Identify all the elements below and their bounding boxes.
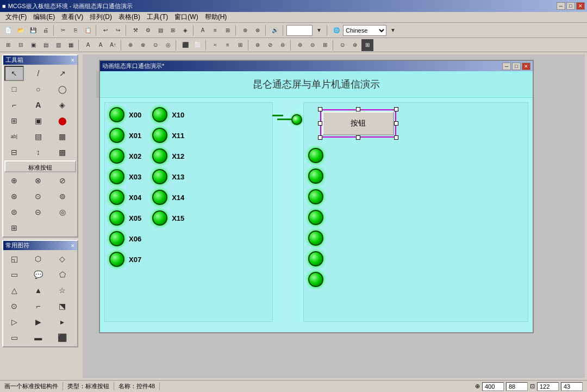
tb2-2[interactable]: ⊟ [15,39,27,51]
extra10-btn[interactable]: ⊞ [4,220,24,235]
extra6-btn[interactable]: ⊚ [53,189,72,204]
extra1-btn[interactable]: ⊕ [4,173,24,188]
extra3-btn[interactable]: ⊘ [53,173,72,188]
panel-tool-btn[interactable]: ▣ [28,113,48,128]
tb2-9[interactable]: A↑ [107,39,119,51]
tb2-11[interactable]: ⊗ [137,39,149,51]
undo-btn[interactable]: ↩ [99,24,111,36]
menu-file[interactable]: 文件(F) [2,12,30,22]
fig3[interactable]: ◇ [53,251,72,266]
arrow-tool-btn[interactable]: ↗ [53,66,72,81]
toolbox-close-btn[interactable]: ✕ [71,58,75,63]
special-tool-btn[interactable]: ▩ [53,145,72,160]
tb2-25[interactable]: ⊙ [336,39,348,51]
common-figures-close-btn[interactable]: ✕ [71,243,75,248]
tb2-22[interactable]: ⊚ [294,39,306,51]
fig17[interactable]: ▬ [28,330,48,345]
anim-maximize-btn[interactable]: □ [512,63,521,70]
tb-extra5[interactable]: ◈ [179,24,191,36]
tb-extra2[interactable]: ⚙ [142,24,154,36]
save-btn[interactable]: 💾 [27,24,39,36]
grid-tool-btn[interactable]: ⊞ [4,113,24,128]
tb2-5[interactable]: ▥ [52,39,64,51]
copy-btn[interactable]: ⎘ [70,24,82,36]
handle-top-right[interactable] [394,107,398,111]
tb-volume[interactable]: 🔊 [269,24,281,36]
handle-bot-mid[interactable] [356,135,360,140]
button-control[interactable]: 按钮 [322,111,394,135]
check-tool-btn[interactable]: ⊟ [4,145,24,160]
fig9[interactable]: ☆ [53,283,72,298]
menu-window[interactable]: 窗口(W) [171,12,201,22]
tb2-16[interactable]: ≈ [209,39,221,51]
bar-tool-btn[interactable]: ▦ [53,129,72,144]
extra4-btn[interactable]: ⊛ [4,189,24,204]
fig12[interactable]: ⬔ [53,298,72,314]
fig2[interactable]: ⬡ [28,251,48,266]
tb2-23[interactable]: ⊝ [307,39,319,51]
rect-tool-btn[interactable]: □ [4,82,24,97]
tb-misc2[interactable]: ⊗ [252,24,264,36]
tb2-26[interactable]: ⊛ [349,39,361,51]
fig14[interactable]: ▶ [28,314,48,329]
fig7[interactable]: △ [4,283,24,298]
fig10[interactable]: ⊙ [4,298,24,314]
ellipse-tool-btn[interactable]: ○ [28,82,48,97]
fig1[interactable]: ◱ [4,251,24,266]
tb-zoom1[interactable]: A [197,24,209,36]
tb2-7[interactable]: A [82,39,94,51]
handle-bot-left[interactable] [318,135,322,140]
fig5[interactable]: 💬 [28,267,48,282]
fig8[interactable]: ▲ [28,283,48,298]
tb2-15[interactable]: ⬜ [192,39,204,51]
list-tool-btn[interactable]: ▤ [28,129,48,144]
extra7-btn[interactable]: ⊜ [4,204,24,220]
tb2-20[interactable]: ⊘ [264,39,276,51]
handle-top-mid[interactable] [356,107,360,111]
circle-tool-btn[interactable]: ◯ [53,82,72,97]
menu-edit[interactable]: 编辑(E) [30,12,58,22]
extra8-btn[interactable]: ⊝ [28,204,48,220]
tb2-21[interactable]: ⊜ [277,39,289,51]
fig13[interactable]: ▷ [4,314,24,329]
tb2-12[interactable]: ⊙ [149,39,161,51]
new-btn[interactable]: 📄 [2,24,14,36]
menu-view[interactable]: 查看(V) [58,12,86,22]
scroll-tool-btn[interactable]: ↕ [28,145,48,160]
anim-close-btn[interactable]: ✕ [522,63,530,70]
lang-dropdown-btn[interactable]: ▼ [387,24,399,36]
fill-tool-btn[interactable]: ⬤ [53,113,72,128]
maximize-button[interactable]: □ [566,2,575,10]
poly-tool-btn[interactable]: ⌐ [4,97,24,113]
print-btn[interactable]: 🖨 [40,24,52,36]
anim-minimize-btn[interactable]: ─ [502,63,511,70]
tb-align2[interactable]: ⊞ [222,24,234,36]
tb-extra1[interactable]: ⚒ [129,24,141,36]
language-select[interactable]: Chinese English [343,25,386,36]
tb-align[interactable]: ≡ [209,24,221,36]
close-button[interactable]: ✕ [576,2,585,10]
minimize-button[interactable]: ─ [557,2,565,10]
tb2-19[interactable]: ⊛ [252,39,264,51]
tb-extra3[interactable]: ▤ [154,24,166,36]
tb2-14[interactable]: ⬛ [179,39,191,51]
tb2-24[interactable]: ⊞ [319,39,331,51]
tb2-27[interactable]: ⊞ [361,39,373,51]
open-btn[interactable]: 📂 [15,24,27,36]
extra9-btn[interactable]: ◎ [53,204,72,220]
tb2-3[interactable]: ▣ [27,39,39,51]
tb2-18[interactable]: ⊞ [234,39,246,51]
tb2-8[interactable]: A [95,39,107,51]
select-tool-btn[interactable]: ↖ [4,66,24,81]
handle-mid-left[interactable] [318,121,322,126]
fig15[interactable]: ▸ [53,314,72,329]
tb2-13[interactable]: ◎ [162,39,174,51]
line-tool-btn[interactable]: / [28,66,48,81]
fig16[interactable]: ▭ [4,330,24,345]
paste-btn[interactable]: 📋 [82,24,94,36]
tb2-4[interactable]: ▤ [40,39,52,51]
tb2-1[interactable]: ⊞ [2,39,14,51]
tb-misc1[interactable]: ⊕ [239,24,251,36]
tb2-17[interactable]: ≡ [222,39,234,51]
menu-table[interactable]: 表格(B) [115,12,143,22]
